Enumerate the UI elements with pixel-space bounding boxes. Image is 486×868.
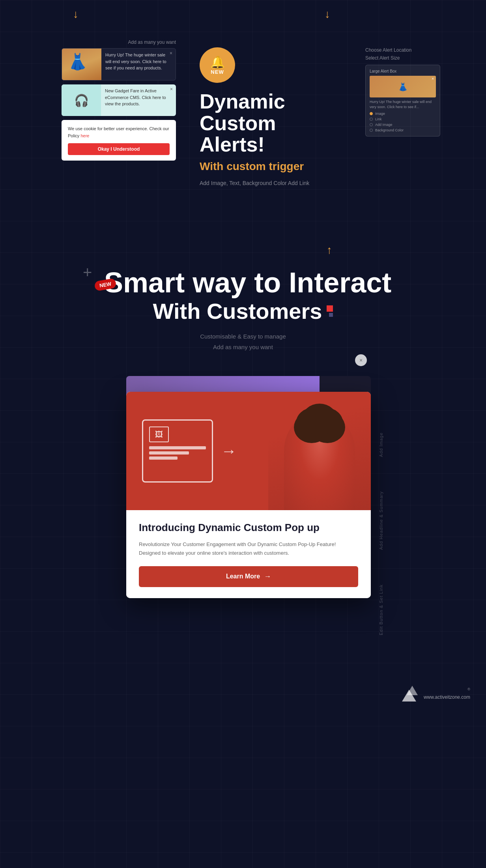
alerts-description: Add Image, Text, Background Color Add Li… — [200, 180, 342, 186]
red-square-big — [327, 305, 333, 312]
side-label-add-image: Add Image — [379, 432, 383, 457]
large-alert-preview: Large Alert Box 👗 × Hurry Up! The huge w… — [365, 65, 440, 137]
config-options-list: Image Link Add Image Background Color — [370, 112, 436, 132]
side-label-headline: Add Headline & Summary — [379, 491, 383, 550]
cookie-card: We use cookie for better user experience… — [62, 120, 176, 161]
popup-side-labels: Add Image Add Headline & Summary Edit Bu… — [379, 376, 383, 652]
config-option-bg-color: Background Color — [370, 128, 436, 132]
person-illustration — [276, 396, 363, 510]
alert-card-1-image — [62, 49, 101, 80]
config-dot-bg-color — [370, 129, 373, 132]
new-badge-text: NEW — [211, 69, 224, 75]
popup-preview-wrapper: × 🖼 → — [126, 376, 371, 598]
config-option-image: Image — [370, 112, 436, 116]
popup-hero-arrow-icon: → — [221, 442, 237, 460]
side-label-button: Edit Button & Set Link — [379, 584, 383, 635]
cookie-text: We use cookie for better user experience… — [68, 125, 170, 139]
config-dot-add-image — [370, 123, 373, 126]
popup-modal: 🖼 → Introducing Dynamic Custom Pop up — [126, 392, 371, 598]
cookie-policy-link[interactable]: here — [80, 133, 89, 138]
red-squares-decoration — [327, 305, 333, 317]
config-option-link: Link — [370, 117, 436, 121]
popup-cta-arrow-icon: → — [264, 572, 271, 581]
popup-cta-button[interactable]: Learn More → — [139, 566, 358, 587]
alerts-config-panel: Choose Alert Location Select Alert Size … — [365, 47, 444, 137]
popup-close-button[interactable]: × — [355, 354, 367, 366]
alert-card-2: 🎧 New Gadget Fare in Active eCommerce CM… — [62, 84, 176, 116]
popup-title: Introducing Dynamic Custom Pop up — [139, 521, 358, 535]
cookie-understood-button[interactable]: Okay I Understood — [68, 143, 170, 155]
alert-card-1: Hurry Up! The huge winter sale will end … — [62, 48, 176, 80]
large-alert-title: Large Alert Box — [370, 69, 436, 73]
arrow-down-right-icon: ↓ — [325, 8, 330, 21]
interact-heading-line2: With Customers — [153, 298, 333, 324]
red-square-small — [329, 313, 333, 317]
logo-triangle-2 — [407, 686, 418, 695]
illustration-image-icon: 🖼 — [149, 427, 169, 442]
popup-description: Revolutionize Your Customer Engagement w… — [139, 540, 358, 557]
config-option-add-image: Add Image — [370, 123, 436, 127]
new-badge-circle: 🔔 NEW — [200, 47, 235, 83]
config-dot-image — [370, 112, 373, 115]
config-dot-link — [370, 118, 373, 121]
footer: ® www.activeitzone.com — [0, 676, 486, 715]
alert-card-2-image: 🎧 — [62, 84, 101, 116]
large-alert-close: × — [432, 77, 434, 81]
popup-hero-illustration: 🖼 — [142, 419, 213, 483]
popup-cta-label: Learn More — [226, 573, 260, 580]
large-alert-desc-preview: Hurry Up! The huge winter sale will end … — [370, 99, 436, 109]
section-alerts: ↓ ↓ Add as many you want Hurry Up! The h… — [0, 0, 486, 245]
section-popup: × 🖼 → — [0, 368, 486, 676]
config-location-label: Choose Alert Location — [365, 47, 444, 53]
crosshair-icon: + — [83, 264, 92, 280]
popup-hero-section: 🖼 → — [126, 392, 371, 510]
interact-heading-line1: Smart way to Interact — [104, 268, 391, 297]
footer-brand-text: www.activeitzone.com — [424, 694, 470, 700]
alerts-subheading: With custom trigger — [200, 160, 342, 173]
popup-body-content: Introducing Dynamic Custom Pop up Revolu… — [126, 510, 371, 598]
add-label: Add as many you want — [62, 39, 176, 45]
section-interact: + NEW Smart way to Interact With Custome… — [0, 245, 486, 368]
text-line-2 — [149, 451, 189, 455]
alert-card-1-close[interactable]: × — [170, 51, 172, 56]
popup-hero-person-figure — [268, 392, 371, 510]
arrow-down-left-icon: ↓ — [73, 8, 79, 21]
activeitzone-logo — [400, 684, 420, 703]
alerts-center-content: 🔔 NEW Dynamic Custom Alerts! With custom… — [200, 16, 342, 186]
alerts-panel: Add as many you want Hurry Up! The huge … — [62, 39, 176, 161]
person-image — [62, 49, 101, 80]
text-line-1 — [149, 446, 206, 449]
registered-icon: ® — [467, 687, 470, 691]
alerts-heading: Dynamic Custom Alerts! — [200, 91, 342, 155]
config-size-label: Select Alert Size — [365, 55, 444, 61]
interact-taglines: Customisable & Easy to manage Add as man… — [0, 331, 486, 352]
alert-card-2-close[interactable]: × — [170, 86, 173, 92]
bell-icon: 🔔 — [210, 55, 225, 69]
illustration-text-lines — [149, 446, 206, 460]
alert-card-2-text: New Gadget Fare in Active eCommerce CMS.… — [101, 84, 176, 116]
interact-heading-area: NEW Smart way to Interact With Customers — [95, 268, 392, 324]
text-line-3 — [149, 456, 178, 460]
footer-brand-area: ® www.activeitzone.com — [424, 687, 470, 700]
alert-card-1-text: Hurry Up! The huge winter sale will end … — [101, 49, 176, 80]
large-alert-image-preview: 👗 × — [370, 76, 436, 97]
